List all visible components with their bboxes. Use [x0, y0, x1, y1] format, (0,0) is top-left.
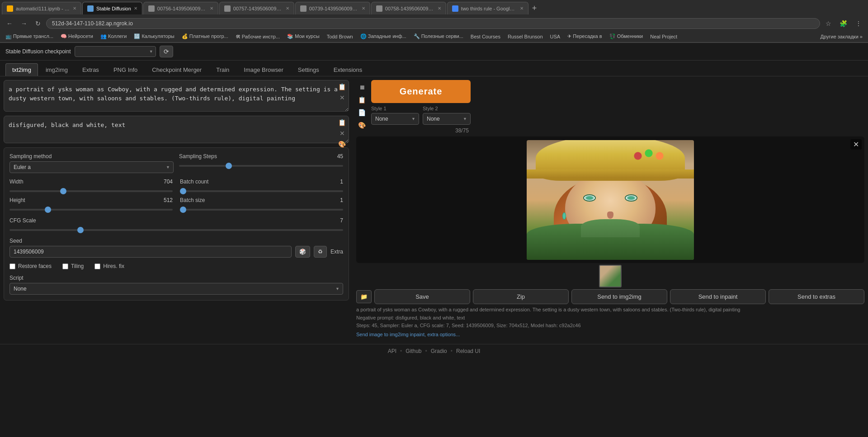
bookmark-12[interactable]: Russel Brunson — [505, 33, 546, 40]
save-button[interactable]: Save — [374, 289, 470, 304]
reload-button[interactable]: ↻ — [33, 19, 43, 28]
style1-select[interactable]: None — [371, 113, 419, 125]
send-to-extras-button[interactable]: Send to extras — [769, 289, 864, 304]
footer-github-link[interactable]: Github — [406, 348, 421, 354]
tab-checkpoint-merger[interactable]: Checkpoint Merger — [145, 63, 208, 76]
tab-close-google[interactable]: ✕ — [520, 6, 524, 11]
extensions-button[interactable]: 🧩 — [837, 19, 850, 28]
menu-button[interactable]: ⋮ — [853, 19, 864, 28]
sampling-steps-slider[interactable] — [179, 165, 343, 167]
tab-label-img1: 00756-1439506009-a photo... — [157, 6, 207, 11]
cfg-scale-slider[interactable] — [9, 229, 343, 231]
batch-size-slider[interactable] — [180, 209, 343, 211]
footer-reload-link[interactable]: Reload UI — [456, 348, 480, 354]
bookmark-6[interactable]: 🛠 Рабочие инстр... — [233, 33, 283, 40]
footer-api-link[interactable]: API — [388, 348, 396, 354]
width-slider[interactable] — [9, 190, 173, 192]
bookmark-2[interactable]: 🧠 Нейросети — [58, 33, 96, 40]
tiling-checkbox[interactable]: Tiling — [62, 263, 84, 269]
script-select[interactable]: None X/Y/Z plot Prompt matrix — [9, 283, 343, 295]
bookmark-button[interactable]: ☆ — [823, 19, 834, 28]
hires-fix-input[interactable] — [94, 263, 100, 269]
tab-extras[interactable]: Extras — [75, 63, 106, 76]
bookmark-4[interactable]: 🔢 Калькуляторы — [131, 33, 177, 40]
tab-close-img3[interactable]: ✕ — [362, 6, 365, 11]
folder-button[interactable]: 📁 — [356, 290, 372, 303]
tab-img4[interactable]: 00758-1439506009-a photo... ✕ — [371, 2, 446, 14]
seed-input[interactable] — [9, 246, 292, 258]
footer-sep2: • — [425, 348, 427, 354]
tab-txt2img[interactable]: txt2img — [5, 63, 38, 76]
extra-options-button[interactable]: 🎨 — [356, 120, 368, 131]
tab-extensions[interactable]: Extensions — [327, 63, 369, 76]
tab-settings[interactable]: Settings — [291, 63, 326, 76]
cfg-scale-row: CFG Scale 7 — [9, 217, 343, 232]
restore-faces-input[interactable] — [9, 263, 15, 269]
bookmark-9[interactable]: 🌐 Западные инф... — [358, 33, 409, 40]
send-to-inpaint-button[interactable]: Send to inpaint — [670, 289, 766, 304]
bookmark-8[interactable]: Todd Brown — [324, 33, 356, 40]
paste-neg-button[interactable]: 📋 — [337, 117, 347, 127]
clear-neg-button[interactable]: ✕ — [337, 128, 347, 138]
bookmark-7[interactable]: 📚 Мои курсы — [284, 33, 322, 40]
negative-prompt-input[interactable] — [4, 116, 349, 143]
bookmark-15[interactable]: 💱 Обменники — [607, 33, 646, 40]
tab-close-img1[interactable]: ✕ — [210, 6, 213, 11]
tab-close-img4[interactable]: ✕ — [438, 6, 441, 11]
sampling-method-col: Sampling method Euler a Euler LMS DPM++ … — [9, 153, 174, 173]
output-info-line2: Negative prompt: disfigured, black and w… — [356, 314, 864, 322]
copy-button[interactable]: 📋 — [356, 94, 368, 105]
checkpoint-select[interactable] — [75, 46, 156, 57]
tab-close-img2[interactable]: ✕ — [286, 6, 289, 11]
footer-gradio-link[interactable]: Gradio — [431, 348, 447, 354]
bookmark-3[interactable]: 👥 Коллеги — [98, 33, 129, 40]
bookmark-5[interactable]: 💰 Платные прогр... — [179, 33, 231, 40]
sampling-method-select[interactable]: Euler a Euler LMS DPM++ 2M Karras — [9, 161, 174, 173]
paste-settings-button[interactable]: 📄 — [356, 107, 368, 118]
height-slider[interactable] — [9, 209, 173, 211]
checkpoint-refresh-button[interactable]: ⟳ — [160, 46, 173, 57]
paste-prompt-button[interactable]: 📋 — [337, 82, 347, 92]
back-button[interactable]: ← — [4, 19, 15, 28]
extra-seed-button[interactable]: Extra — [330, 249, 343, 255]
positive-prompt-input[interactable] — [4, 80, 349, 112]
tab-train[interactable]: Train — [209, 63, 236, 76]
tab-img2[interactable]: 00757-1439506009-a photo... ✕ — [219, 2, 294, 14]
tiling-input[interactable] — [62, 263, 68, 269]
tab-png-info[interactable]: PNG Info — [107, 63, 144, 76]
tab-img3[interactable]: 00739-1439506009-a photo... ✕ — [295, 2, 370, 14]
hires-fix-checkbox[interactable]: Hires. fix — [94, 263, 124, 269]
tab-google[interactable]: two thirds rule - Google Sear... ✕ — [447, 2, 528, 14]
bookmark-10[interactable]: 🔧 Полезные серви... — [411, 33, 466, 40]
restore-faces-checkbox[interactable]: Restore faces — [9, 263, 52, 269]
zip-button[interactable]: Zip — [473, 289, 569, 304]
bookmark-11[interactable]: Best Courses — [468, 33, 503, 40]
bookmark-1[interactable]: 📺 Прямые трансл... — [3, 33, 56, 40]
seed-recycle-button[interactable]: ♻ — [314, 246, 327, 258]
tab-img2img[interactable]: img2img — [39, 63, 75, 76]
tab-sd[interactable]: Stable Diffusion ✕ — [82, 2, 142, 14]
output-info-anchor[interactable]: Send image to img2img inpaint, extra opt… — [356, 332, 460, 337]
send-to-img2img-button[interactable]: Send to img2img — [571, 289, 667, 304]
close-image-button[interactable]: ✕ — [850, 139, 862, 150]
interrupt-button[interactable]: ⏹ — [356, 82, 368, 93]
tab-image-browser[interactable]: Image Browser — [237, 63, 290, 76]
forward-button[interactable]: → — [18, 19, 30, 28]
new-tab-button[interactable]: + — [529, 3, 540, 14]
bookmark-13[interactable]: USA — [547, 33, 563, 40]
clear-prompt-button[interactable]: ✕ — [337, 93, 347, 103]
generate-button[interactable]: Generate — [371, 80, 471, 103]
thumbnail-1[interactable] — [599, 265, 622, 287]
batch-count-slider[interactable] — [180, 190, 343, 192]
tab-close-sd[interactable]: ✕ — [134, 6, 137, 11]
bookmark-14[interactable]: ✈ Пересадка в — [565, 33, 604, 40]
tab-img1[interactable]: 00756-1439506009-a photo... ✕ — [143, 2, 218, 14]
extra-neg-button[interactable]: 🎨 — [337, 139, 347, 149]
url-box[interactable]: 512d-34-147-110-182.ap.ngrok.io — [46, 18, 820, 29]
bookmark-others[interactable]: Другие закладки » — [818, 33, 865, 40]
tab-close-colab[interactable]: ✕ — [73, 6, 76, 11]
style2-select[interactable]: None — [423, 113, 471, 125]
seed-reset-button[interactable]: 🎲 — [295, 246, 310, 258]
bookmark-16[interactable]: Neal Project — [647, 33, 680, 40]
tab-colab[interactable]: automaticl111.ipynb - Colab... ✕ — [2, 2, 81, 14]
